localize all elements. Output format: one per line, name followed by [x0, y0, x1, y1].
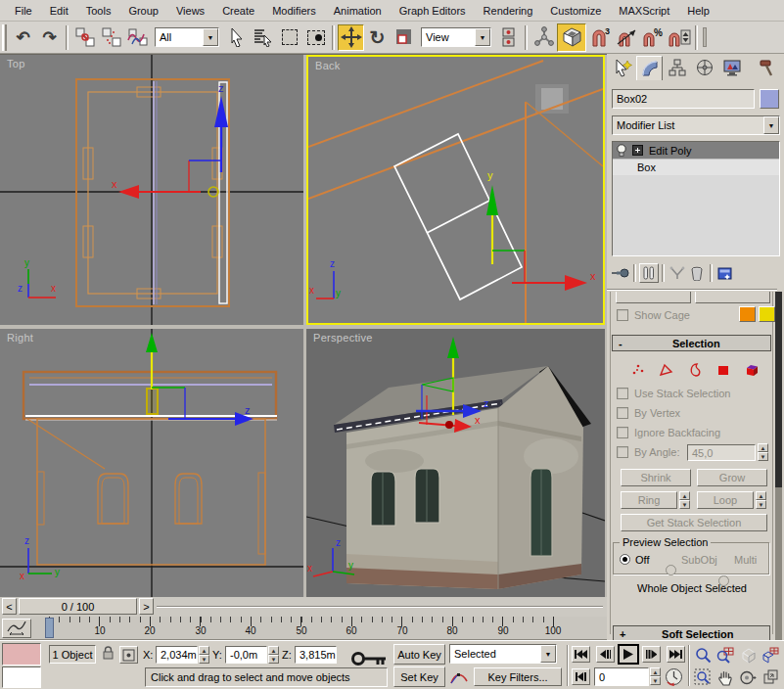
- current-frame-marker[interactable]: [45, 618, 54, 638]
- viewport-right[interactable]: z z x y Right: [0, 329, 303, 598]
- selection-rollout-header[interactable]: - Selection: [612, 335, 771, 351]
- menu-help[interactable]: Help: [678, 2, 718, 20]
- bind-to-space-warp-button[interactable]: [124, 24, 151, 51]
- select-by-name-button[interactable]: [250, 24, 276, 51]
- dropdown-arrow-icon[interactable]: ▼: [203, 28, 218, 46]
- y-coord-spinner[interactable]: ▲▼: [268, 646, 279, 664]
- maxscript-listener-pink-row[interactable]: [2, 643, 41, 666]
- loop-button[interactable]: Loop: [697, 491, 754, 509]
- menu-tools[interactable]: Tools: [77, 2, 120, 20]
- spinner-down-icon[interactable]: ▼: [758, 452, 768, 461]
- expand-plus-icon[interactable]: [632, 145, 643, 156]
- undo-button[interactable]: ↶: [10, 24, 36, 51]
- element-mode-button[interactable]: [742, 360, 761, 380]
- partial-button[interactable]: [695, 292, 770, 303]
- spinner-up-icon[interactable]: ▲: [679, 491, 690, 500]
- menu-rendering[interactable]: Rendering: [475, 2, 542, 20]
- loop-spinner[interactable]: ▲▼: [756, 491, 766, 509]
- ring-spinner[interactable]: ▲▼: [679, 491, 690, 509]
- polygon-mode-button[interactable]: [714, 360, 733, 380]
- select-and-move-button[interactable]: [338, 24, 364, 51]
- default-tangent-button[interactable]: [449, 668, 470, 688]
- key-mode-toggle-button[interactable]: [572, 668, 590, 685]
- viewport-top-label[interactable]: Top: [7, 58, 25, 69]
- arc-rotate-button[interactable]: [738, 667, 758, 687]
- viewport-top[interactable]: x z y z x Top: [0, 55, 303, 325]
- time-slider-thumb[interactable]: 0 / 100: [19, 598, 137, 615]
- region-zoom-button[interactable]: [693, 667, 713, 687]
- vertex-mode-button[interactable]: [628, 360, 648, 380]
- zoom-extents-all-button[interactable]: [761, 645, 780, 665]
- cage-color-swatch[interactable]: [739, 306, 756, 322]
- use-pivot-point-center-button[interactable]: [495, 24, 522, 51]
- min-max-toggle-button[interactable]: [761, 667, 780, 687]
- ignore-backfacing-checkbox[interactable]: [617, 427, 628, 438]
- tab-create[interactable]: [609, 56, 635, 80]
- show-end-result-button[interactable]: [639, 263, 659, 283]
- maxscript-listener-white-row[interactable]: [2, 666, 41, 688]
- menu-maxscript[interactable]: MAXScript: [610, 2, 678, 20]
- current-frame-field[interactable]: 0: [594, 667, 649, 686]
- auto-key-button[interactable]: Auto Key: [393, 644, 445, 665]
- go-to-start-button[interactable]: [572, 646, 590, 663]
- edge-mode-button[interactable]: [657, 360, 676, 380]
- viewport-back[interactable]: y x z x y Back: [306, 55, 605, 325]
- redo-button[interactable]: ↷: [36, 24, 63, 51]
- select-and-scale-button[interactable]: [391, 24, 417, 51]
- zoom-all-button[interactable]: [715, 645, 735, 665]
- remove-modifier-button[interactable]: [687, 263, 707, 283]
- by-angle-spinner[interactable]: ▲▼: [758, 443, 768, 461]
- cage-selected-color-swatch[interactable]: [759, 306, 775, 322]
- use-stack-selection-checkbox[interactable]: [617, 388, 628, 399]
- pin-stack-button[interactable]: [611, 263, 630, 283]
- spinner-down-icon[interactable]: ▼: [679, 500, 690, 509]
- menu-animation[interactable]: Animation: [325, 2, 391, 20]
- play-animation-button[interactable]: [618, 644, 639, 665]
- shrink-button[interactable]: Shrink: [621, 469, 691, 486]
- object-name-field[interactable]: Box02: [612, 89, 755, 109]
- open-mini-curve-editor-button[interactable]: [2, 619, 31, 638]
- border-mode-button[interactable]: [685, 360, 705, 380]
- by-vertex-checkbox[interactable]: [617, 407, 628, 419]
- scrollbar-thumb[interactable]: [775, 292, 782, 487]
- spinner-up-icon[interactable]: ▲: [650, 667, 661, 676]
- viewport-perspective[interactable]: z x z x y Perspective: [306, 329, 605, 598]
- y-coord-field[interactable]: -0,0m: [225, 646, 267, 664]
- spinner-snap-button[interactable]: [666, 24, 692, 51]
- select-object-button[interactable]: [223, 24, 250, 51]
- dropdown-arrow-icon[interactable]: ▼: [475, 28, 490, 46]
- select-and-link-button[interactable]: [71, 24, 98, 51]
- frame-spinner[interactable]: ▲▼: [650, 667, 661, 685]
- configure-modifier-sets-button[interactable]: [715, 263, 735, 283]
- time-slider-track[interactable]: [157, 606, 603, 608]
- select-and-manipulate-button[interactable]: [530, 24, 557, 51]
- spinner-down-icon[interactable]: ▼: [756, 500, 766, 509]
- make-unique-button[interactable]: [668, 263, 687, 283]
- viewport-back-label[interactable]: Back: [315, 60, 341, 71]
- panel-scrollbar[interactable]: [775, 292, 782, 640]
- menu-file[interactable]: File: [6, 2, 41, 20]
- x-coord-spinner[interactable]: ▲▼: [199, 646, 209, 664]
- stack-row-edit-poly[interactable]: Edit Poly: [613, 142, 779, 159]
- toolbar-drag-handle[interactable]: [2, 24, 7, 51]
- preview-off-radio[interactable]: [620, 554, 630, 565]
- by-angle-checkbox[interactable]: [617, 446, 628, 458]
- zoom-button[interactable]: [693, 645, 713, 665]
- next-frame-arrow-button[interactable]: >: [139, 598, 154, 615]
- pan-view-button[interactable]: [715, 667, 735, 687]
- time-configuration-button[interactable]: [665, 667, 683, 688]
- set-key-button[interactable]: Set Key: [393, 666, 445, 687]
- spinner-up-icon[interactable]: ▲: [268, 646, 279, 655]
- tab-hierarchy[interactable]: [664, 56, 690, 80]
- tab-utilities[interactable]: [754, 56, 780, 80]
- spinner-down-icon[interactable]: ▼: [199, 655, 209, 664]
- snap-3d-button[interactable]: 3: [586, 24, 613, 51]
- track-bar[interactable]: 0 10 20 30 40 50 60 70 80 90 100: [0, 617, 607, 640]
- select-and-rotate-button[interactable]: ↻: [364, 24, 391, 51]
- key-mode-dropdown[interactable]: Selected ▼: [449, 644, 557, 664]
- previous-frame-button[interactable]: [596, 646, 615, 663]
- reference-coordinate-dropdown[interactable]: View ▼: [421, 27, 491, 47]
- tab-display[interactable]: [718, 56, 745, 80]
- visibility-bulb-icon[interactable]: [616, 144, 627, 158]
- menu-views[interactable]: Views: [167, 2, 213, 20]
